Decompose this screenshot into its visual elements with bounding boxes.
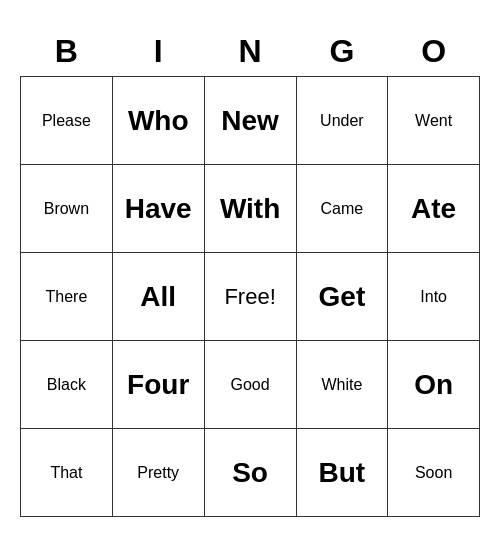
bingo-cell: There xyxy=(21,253,113,341)
header-letter: I xyxy=(112,27,204,77)
table-row: BrownHaveWithCameAte xyxy=(21,165,480,253)
bingo-card: BINGO PleaseWhoNewUnderWentBrownHaveWith… xyxy=(20,27,480,518)
bingo-cell: Under xyxy=(296,77,388,165)
bingo-cell: Get xyxy=(296,253,388,341)
bingo-cell: Who xyxy=(112,77,204,165)
bingo-cell: Soon xyxy=(388,429,480,517)
bingo-cell: Ate xyxy=(388,165,480,253)
bingo-cell: Four xyxy=(112,341,204,429)
bingo-cell: With xyxy=(204,165,296,253)
bingo-cell: Free! xyxy=(204,253,296,341)
bingo-cell: New xyxy=(204,77,296,165)
bingo-cell: Have xyxy=(112,165,204,253)
bingo-cell: All xyxy=(112,253,204,341)
bingo-cell: Please xyxy=(21,77,113,165)
bingo-cell: But xyxy=(296,429,388,517)
bingo-cell: Black xyxy=(21,341,113,429)
bingo-header: BINGO xyxy=(21,27,480,77)
bingo-cell: Pretty xyxy=(112,429,204,517)
bingo-cell: Came xyxy=(296,165,388,253)
bingo-cell: Good xyxy=(204,341,296,429)
header-letter: N xyxy=(204,27,296,77)
bingo-cell: Brown xyxy=(21,165,113,253)
header-letter: G xyxy=(296,27,388,77)
header-letter: O xyxy=(388,27,480,77)
bingo-cell: On xyxy=(388,341,480,429)
table-row: BlackFourGoodWhiteOn xyxy=(21,341,480,429)
table-row: ThereAllFree!GetInto xyxy=(21,253,480,341)
bingo-cell: Went xyxy=(388,77,480,165)
header-letter: B xyxy=(21,27,113,77)
table-row: ThatPrettySoButSoon xyxy=(21,429,480,517)
bingo-cell: That xyxy=(21,429,113,517)
table-row: PleaseWhoNewUnderWent xyxy=(21,77,480,165)
bingo-cell: Into xyxy=(388,253,480,341)
bingo-body: PleaseWhoNewUnderWentBrownHaveWithCameAt… xyxy=(21,77,480,517)
bingo-cell: So xyxy=(204,429,296,517)
bingo-cell: White xyxy=(296,341,388,429)
